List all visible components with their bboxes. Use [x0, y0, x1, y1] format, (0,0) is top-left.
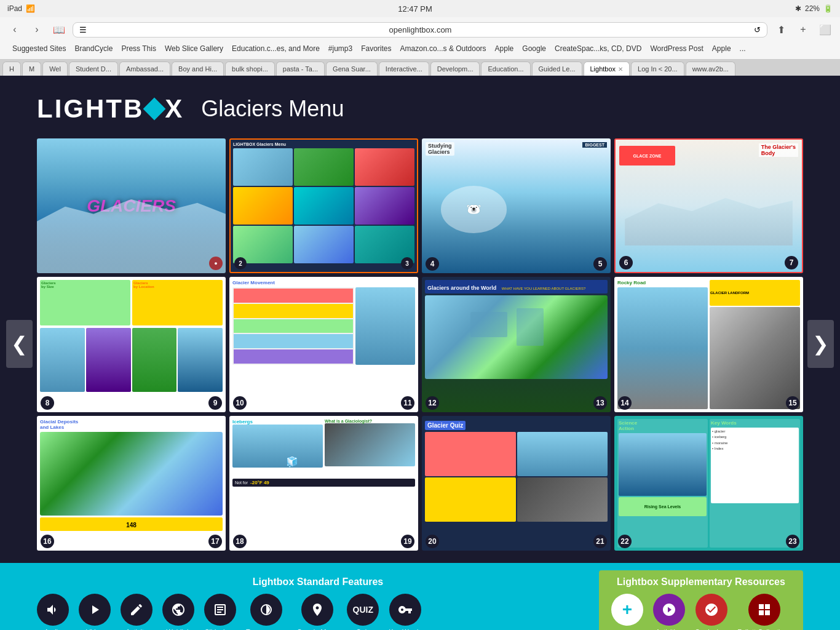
page-title: Glaciers Menu — [201, 96, 344, 122]
spread-glacier-movement[interactable]: Glacier Movement 10 11 — [229, 277, 418, 412]
spread-glaciers-world[interactable]: Glaciers around the World WHAT HAVE YOU … — [422, 277, 611, 412]
transparency-icon — [250, 594, 282, 626]
spread-menu[interactable]: LIGHTBOX Glaciers Menu 2 3 — [229, 138, 418, 273]
tab-student[interactable]: Student D... — [69, 62, 118, 76]
logo-container: LIGHTB X — [37, 94, 184, 124]
spread-glaciers-size-location[interactable]: Glaciersby Size Glaciersby Location 8 9 — [37, 277, 226, 412]
page-num-10: 10 — [233, 396, 247, 410]
spread-studying-glaciers[interactable]: StudyingGlaciers BIGGEST 🐻‍❄️ 4 5 — [422, 138, 611, 273]
tab-development[interactable]: Developm... — [430, 62, 480, 76]
page-num-4: 4 — [426, 257, 439, 271]
feature-transparency[interactable]: Transparency — [246, 594, 287, 630]
share-button[interactable]: ⬆ — [772, 21, 790, 38]
supp-curriculum[interactable]: Curriculum — [695, 594, 727, 630]
bookmark-suggested[interactable]: Suggested Sites — [12, 44, 66, 53]
bookmark-brandcycle[interactable]: BrandCycle — [74, 44, 113, 53]
spread-glacial-deposits[interactable]: Glacial Depositsand Lakes 148 16 17 — [37, 416, 226, 551]
bookmark-press[interactable]: Press This — [121, 44, 156, 53]
bookmarks-button[interactable]: 📖 — [50, 21, 68, 38]
spread-deposit-image — [40, 432, 223, 516]
tab-av2b[interactable]: www.av2b... — [686, 62, 735, 76]
tab-h[interactable]: H — [2, 62, 21, 76]
activities-icon — [653, 594, 685, 626]
features-standard-title: Lightbox Standard Features — [37, 576, 599, 588]
tabs-button[interactable]: ⬜ — [817, 21, 834, 38]
spread-glaciologist-label: What is a Glaciologist? — [325, 419, 415, 423]
reload-icon[interactable]: ↺ — [754, 25, 761, 34]
spread-movement-label: Glacier Movement — [232, 280, 415, 285]
spread-glacier-landform: GLACIER LANDFORM — [710, 280, 800, 306]
feature-audio[interactable]: Audio — [37, 594, 69, 630]
feature-quiz[interactable]: QUIZ Quiz — [347, 594, 379, 630]
feature-activity[interactable]: Activity — [121, 594, 153, 630]
bookmark-google[interactable]: Google — [522, 44, 546, 53]
bookmark-amazon[interactable]: Amazon.co...s & Outdoors — [400, 44, 486, 53]
address-bar[interactable]: ☰ openlightbox.com ↺ — [73, 22, 767, 38]
page-num-23: 23 — [786, 535, 799, 548]
bookmark-more[interactable]: ... — [740, 44, 746, 53]
battery-icon: 🔋 — [823, 4, 833, 13]
back-button[interactable]: ‹ — [6, 21, 23, 38]
tab-guided[interactable]: Guided Le... — [532, 62, 582, 76]
wifi-icon: 📶 — [26, 4, 35, 13]
page-num-15: 15 — [786, 396, 799, 410]
bookmark-apple2[interactable]: Apple — [712, 44, 731, 53]
spread-science-action[interactable]: ScienceAction Rising Sea Levels Key Word… — [614, 416, 803, 551]
spread-rocky-road[interactable]: Rocky Road GLACIER LANDFORM 14 15 — [614, 277, 803, 412]
curriculum-icon — [695, 594, 727, 626]
spread-cover[interactable]: GLACIERS ● — [37, 138, 226, 273]
tab-ambassador[interactable]: Ambassad... — [119, 62, 170, 76]
tab-wel[interactable]: Wel — [42, 62, 68, 76]
spread-glaciers-body-label: The Glacier'sBody — [759, 143, 798, 157]
tab-education[interactable]: Education... — [481, 62, 530, 76]
tab-gena[interactable]: Gena Suar... — [326, 62, 378, 76]
bookmark-wordpress[interactable]: WordPress Post — [650, 44, 703, 53]
feature-keywords[interactable]: Key Words — [389, 594, 422, 630]
new-tab-button[interactable]: + — [794, 21, 812, 38]
tab-login[interactable]: Log In < 20... — [631, 62, 684, 76]
logo-text: LIGHTB — [37, 94, 144, 124]
keywords-icon — [389, 594, 421, 626]
follett-icon — [748, 594, 780, 626]
spread-grid: GLACIERS ● LIGHTBOX Glaciers Menu — [37, 138, 803, 551]
spread-sea-levels: Rising Sea Levels — [619, 497, 707, 516]
spread-icebergs[interactable]: Icebergs What is a Glaciologist? 🧊 Not f… — [229, 416, 418, 551]
nav-prev-button[interactable]: ❮ — [6, 320, 33, 368]
spread-polar-bear-circle: 🐻‍❄️ — [441, 186, 507, 233]
nav-next-button[interactable]: ❯ — [807, 320, 834, 368]
tab-pasta[interactable]: pasta - Ta... — [276, 62, 325, 76]
tab-lightbox[interactable]: Lightbox ✕ — [584, 62, 630, 76]
tab-bulk[interactable]: bulk shopi... — [225, 62, 275, 76]
slideshow-icon — [204, 594, 236, 626]
page-num-11: 11 — [401, 396, 414, 410]
bookmark-createspace[interactable]: CreateSpac...ks, CD, DVD — [555, 44, 641, 53]
supp-follett[interactable]: Follett Collections — [737, 594, 791, 630]
feature-weblink[interactable]: Weblink — [162, 594, 194, 630]
forward-button[interactable]: › — [28, 21, 46, 38]
nav-bar: ‹ › 📖 ☰ openlightbox.com ↺ ⬆ + ⬜ — [6, 21, 834, 38]
page-num-17: 17 — [208, 535, 222, 548]
bookmark-favorites[interactable]: Favorites — [361, 44, 391, 53]
nav-actions: ⬆ + ⬜ — [772, 21, 834, 38]
supp-add[interactable]: + — [611, 594, 643, 626]
tab-boy[interactable]: Boy and Hi... — [172, 62, 224, 76]
video-icon — [79, 594, 111, 626]
feature-googlemaps[interactable]: Google Maps — [297, 594, 337, 630]
bookmark-jump3[interactable]: #jump3 — [328, 44, 352, 53]
bookmarks-bar: Suggested Sites BrandCycle Press This We… — [6, 42, 834, 55]
feature-slideshow[interactable]: Slideshow — [204, 594, 236, 630]
feature-video[interactable]: Video — [79, 594, 111, 630]
page-num-right-3: 3 — [401, 257, 413, 269]
tab-interactive[interactable]: Interactive... — [379, 62, 429, 76]
spread-glaciers-body[interactable]: The Glacier'sBody GLACE ZONE 6 7 — [614, 138, 803, 273]
spread-quiz-label: Glacier Quiz — [425, 421, 466, 430]
tab-close-icon[interactable]: ✕ — [618, 66, 623, 73]
bookmark-education[interactable]: Education.c...es, and More — [232, 44, 320, 53]
spread-glacier-quiz[interactable]: Glacier Quiz 20 21 — [422, 416, 611, 551]
supp-activities[interactable]: Activities — [653, 594, 685, 630]
bookmark-apple[interactable]: Apple — [495, 44, 514, 53]
page-num-18: 18 — [233, 535, 247, 548]
bookmark-webslice[interactable]: Web Slice Gallery — [165, 44, 223, 53]
tab-m[interactable]: M — [22, 62, 41, 76]
spread-icebergs-label: Icebergs — [232, 419, 323, 425]
